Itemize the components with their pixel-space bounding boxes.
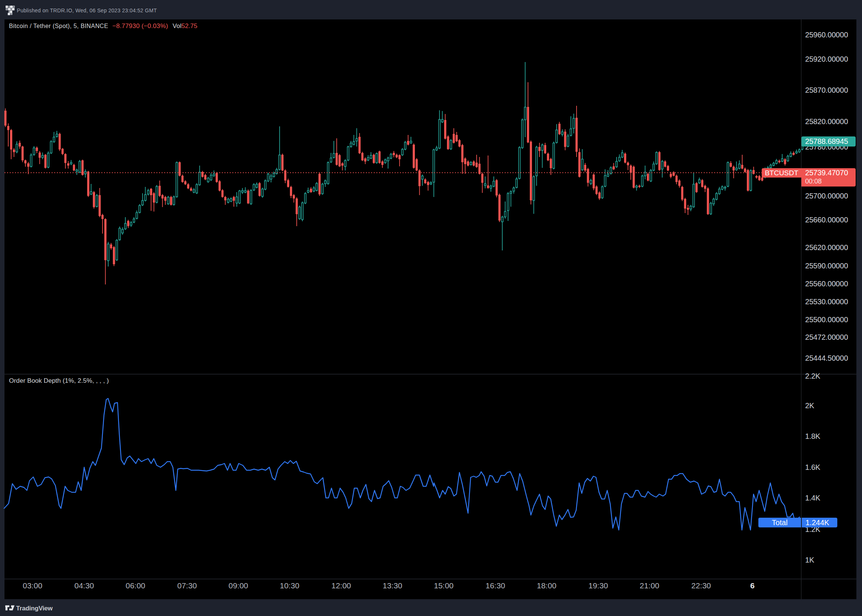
svg-text:TradingView: TradingView (16, 605, 53, 612)
